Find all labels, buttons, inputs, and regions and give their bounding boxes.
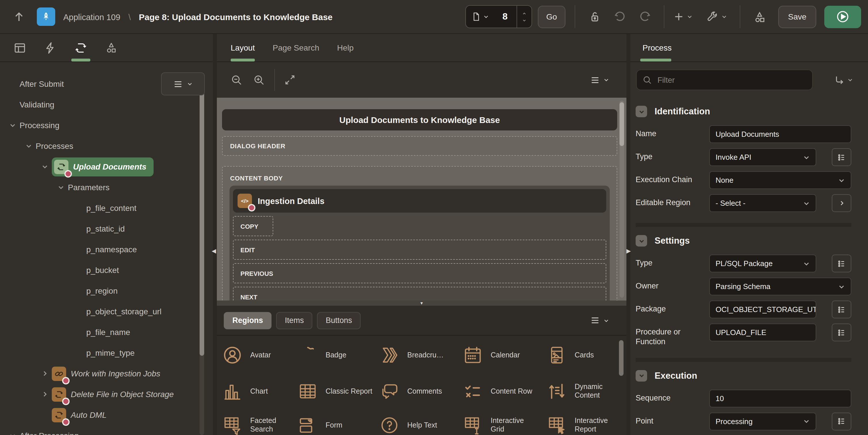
select-owner[interactable]: Parsing Schema — [709, 277, 851, 295]
page-stepper[interactable] — [517, 6, 531, 28]
input-package[interactable]: OCI_OBJECT_STORAGE_UT — [709, 301, 816, 319]
tree-item-upload-documents[interactable]: Upload Documents — [0, 156, 213, 177]
select-point[interactable]: Processing — [709, 412, 816, 430]
select-execution-chain[interactable]: None — [709, 171, 851, 189]
chevron-right-icon[interactable] — [38, 391, 52, 398]
canvas-scrollbar[interactable] — [620, 101, 624, 298]
tree-item-p-static-id[interactable]: p_static_id — [0, 219, 213, 239]
chevron-down-icon[interactable] — [38, 163, 52, 170]
gallery-item-breadcru-[interactable]: Breadcru… — [379, 342, 455, 368]
run-button[interactable] — [824, 5, 861, 28]
gallery-item-badge[interactable]: Badge — [298, 342, 373, 368]
chevron-down-icon[interactable] — [6, 432, 20, 435]
right-splitter[interactable]: ▶ — [626, 34, 630, 435]
tree-item-processes[interactable]: Processes — [0, 136, 213, 156]
gallery-tab-items[interactable]: Items — [276, 312, 313, 329]
tree-item-p-file-name[interactable]: p_file_name — [0, 322, 213, 342]
gallery-splitter[interactable]: ▼ — [217, 301, 626, 306]
quick-pick-list-button[interactable] — [832, 324, 851, 341]
tree-item-delete-file-in-object-storage[interactable]: Delete File in Object Storage — [0, 384, 213, 405]
collapse-section-icon[interactable] — [636, 370, 647, 381]
zoom-out-icon[interactable] — [231, 74, 243, 86]
gallery-item-dynamic-content[interactable]: Dynamic Content — [547, 378, 622, 405]
chevron-right-icon[interactable] — [38, 370, 52, 377]
expand-icon[interactable] — [284, 74, 296, 86]
page-finder-button[interactable] — [466, 6, 494, 28]
gallery-item-help-text[interactable]: Help Text — [379, 412, 455, 435]
shared-components-icon[interactable] — [105, 41, 118, 54]
collapse-left-icon[interactable]: ◀ — [212, 248, 216, 254]
gallery-item-faceted-search[interactable]: Faceted Search — [222, 412, 298, 435]
gallery-tab-buttons[interactable]: Buttons — [317, 312, 361, 329]
tree-item-validating[interactable]: Validating — [0, 94, 213, 115]
canvas-button-next[interactable]: NEXT — [233, 287, 606, 301]
tab-page-search[interactable]: Page Search — [273, 34, 319, 62]
go-up-icon[interactable] — [11, 9, 27, 24]
gallery-item-calendar[interactable]: Calendar — [463, 342, 538, 368]
application-rocket-icon[interactable] — [37, 7, 55, 26]
gallery-item-content-row[interactable]: Content Row — [463, 378, 538, 405]
gallery-item-avatar[interactable]: Avatar — [222, 342, 298, 368]
filter-input[interactable] — [657, 75, 790, 84]
rendering-icon[interactable] — [13, 41, 27, 54]
processing-icon[interactable] — [74, 41, 87, 54]
chevron-down-icon[interactable] — [22, 142, 36, 149]
tab-help[interactable]: Help — [337, 34, 354, 62]
canvas-button-copy[interactable]: COPY — [233, 216, 273, 236]
gallery-item-classic-report[interactable]: Classic Report — [298, 378, 373, 405]
page-number-input[interactable]: 8 — [494, 6, 517, 28]
gallery-item-cards[interactable]: Cards — [547, 342, 622, 368]
gallery-item-comments[interactable]: Comments — [379, 378, 455, 405]
canvas-button-edit[interactable]: EDIT — [233, 240, 606, 260]
gallery-tab-regions[interactable]: Regions — [224, 312, 272, 329]
undo-icon[interactable] — [610, 7, 629, 27]
tree-item-work-with-ingestion-jobs[interactable]: Work with Ingestion Jobs — [0, 363, 213, 384]
select-type[interactable]: Invoke API — [709, 148, 816, 166]
tree-item-processing[interactable]: Processing — [0, 115, 213, 136]
tree-item-auto-dml[interactable]: Auto DML — [0, 405, 213, 425]
tree-item-parameters[interactable]: Parameters — [0, 177, 213, 198]
create-menu-button[interactable] — [674, 11, 692, 22]
input-procedure-or-function[interactable]: UPLOAD_FILE — [709, 324, 816, 341]
tree-item-p-object-storage-url[interactable]: p_object_storage_url — [0, 301, 213, 322]
gallery-item-chart[interactable]: Chart — [222, 378, 298, 405]
quick-pick-list-button[interactable] — [832, 301, 851, 319]
collapse-section-icon[interactable] — [636, 235, 647, 246]
chevron-down-icon[interactable] — [54, 184, 68, 191]
region-dialog-header[interactable]: DIALOG HEADER — [222, 136, 617, 156]
left-splitter[interactable]: ◀ — [213, 34, 217, 435]
region-content-body[interactable]: CONTENT BODY </> Ingestion Details COPYE… — [222, 166, 617, 301]
tree-item-after-processing[interactable]: After Processing — [0, 425, 213, 435]
tree-item-p-region[interactable]: p_region — [0, 280, 213, 301]
quick-pick-list-button[interactable] — [832, 148, 851, 166]
gallery-item-form[interactable]: Form — [298, 412, 373, 435]
zoom-in-icon[interactable] — [253, 74, 265, 86]
gallery-item-interactive-grid[interactable]: Interactive Grid — [463, 412, 538, 435]
tree-item-p-bucket[interactable]: p_bucket — [0, 260, 213, 280]
tree-item-p-mime-type[interactable]: p_mime_type — [0, 342, 213, 363]
lock-icon[interactable] — [584, 7, 604, 27]
input-name[interactable]: Upload Documents — [709, 125, 851, 143]
quick-pick-list-button[interactable] — [832, 255, 851, 272]
region-ingestion-details[interactable]: </> Ingestion Details COPYEDITPREVIOUSNE… — [229, 186, 610, 301]
select-editable-region[interactable]: - Select - — [709, 194, 816, 212]
layout-menu-button[interactable] — [590, 75, 609, 85]
shared-components-icon[interactable] — [749, 7, 769, 27]
tree-item-p-file-content[interactable]: p_file_content — [0, 198, 213, 219]
filter-field[interactable] — [636, 70, 813, 90]
tree-menu-button[interactable] — [161, 72, 205, 95]
save-button[interactable]: Save — [778, 5, 816, 28]
tab-layout[interactable]: Layout — [231, 34, 255, 62]
redo-icon[interactable] — [635, 7, 655, 27]
utilities-wrench-button[interactable] — [706, 11, 727, 23]
goto-group-button[interactable] — [834, 74, 853, 85]
select-type[interactable]: PL/SQL Package — [709, 255, 816, 272]
gallery-menu-button[interactable] — [590, 315, 609, 325]
tree-item-p-namespace[interactable]: p_namespace — [0, 239, 213, 260]
chevron-down-icon[interactable] — [6, 122, 20, 129]
tab-process[interactable]: Process — [643, 34, 672, 62]
canvas-button-previous[interactable]: PREVIOUS — [233, 263, 606, 283]
tree-scrollbar[interactable] — [199, 91, 204, 435]
go-button[interactable]: Go — [538, 5, 565, 28]
gallery-item-interactive-report[interactable]: Interactive Report — [547, 412, 622, 435]
